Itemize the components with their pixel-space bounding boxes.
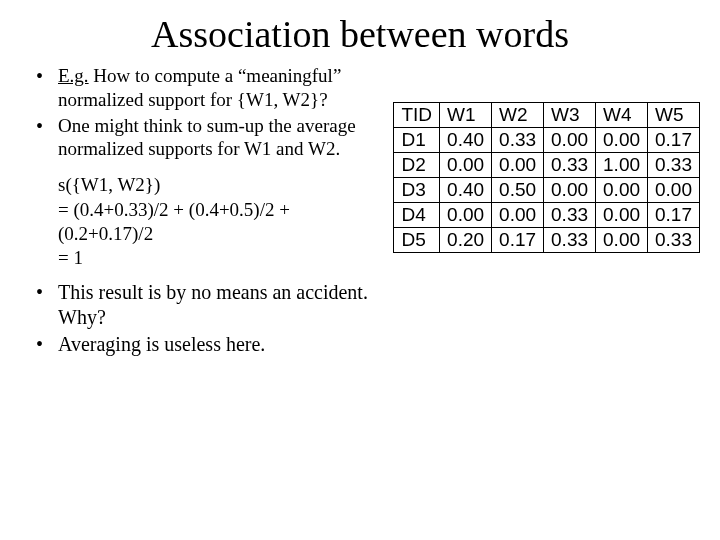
- bullet-1: E.g. How to compute a “meaningful” norma…: [28, 64, 385, 112]
- cell: 0.40: [440, 128, 492, 153]
- bullet-3: This result is by no means an accident. …: [28, 280, 398, 330]
- th-w1: W1: [440, 103, 492, 128]
- cell: 0.40: [440, 178, 492, 203]
- bullet-2-text-b: and W: [271, 138, 326, 159]
- cell: 0.00: [596, 128, 648, 153]
- cell: 0.17: [492, 228, 544, 253]
- cell: 0.00: [648, 178, 700, 203]
- bullet-list-bottom: This result is by no means an accident. …: [28, 280, 398, 357]
- table-row: D3 0.40 0.50 0.00 0.00 0.00: [394, 178, 700, 203]
- cell: 1.00: [596, 153, 648, 178]
- bullet-2-w1-sub: 1: [262, 138, 272, 159]
- content-area: E.g. How to compute a “meaningful” norma…: [0, 56, 720, 270]
- cell: D3: [394, 178, 440, 203]
- calc-line-2: = (0.4+0.33)/2 + (0.4+0.5)/2 + (0.2+0.17…: [28, 198, 385, 246]
- slide-title: Association between words: [0, 12, 720, 56]
- cell: 0.17: [648, 203, 700, 228]
- table-row: D1 0.40 0.33 0.00 0.00 0.17: [394, 128, 700, 153]
- th-w3: W3: [544, 103, 596, 128]
- bullet-list-top: E.g. How to compute a “meaningful” norma…: [28, 64, 385, 161]
- cell: 0.00: [544, 128, 596, 153]
- cell: 0.00: [492, 203, 544, 228]
- cell: 0.33: [544, 228, 596, 253]
- cell: 0.00: [596, 178, 648, 203]
- cell: 0.00: [440, 153, 492, 178]
- data-table: TID W1 W2 W3 W4 W5 D1 0.40 0.33 0.00 0.0…: [393, 102, 700, 253]
- cell: 0.33: [544, 203, 596, 228]
- th-w2: W2: [492, 103, 544, 128]
- cell: 0.00: [596, 203, 648, 228]
- bullet-1-prefix: E.g.: [58, 65, 89, 86]
- cell: 0.33: [492, 128, 544, 153]
- cell: D5: [394, 228, 440, 253]
- cell: D2: [394, 153, 440, 178]
- bullet-1-text-b: 1, W: [264, 89, 301, 110]
- bullet-4: Averaging is useless here.: [28, 332, 398, 357]
- cell: 0.50: [492, 178, 544, 203]
- th-w4: W4: [596, 103, 648, 128]
- right-column: TID W1 W2 W3 W4 W5 D1 0.40 0.33 0.00 0.0…: [393, 102, 700, 253]
- bullet-2: One might think to sum-up the average no…: [28, 114, 385, 162]
- lower-bullets-area: This result is by no means an accident. …: [0, 270, 418, 357]
- cell: 0.33: [544, 153, 596, 178]
- cell: 0.33: [648, 153, 700, 178]
- bullet-2-text-c: .: [335, 138, 340, 159]
- table-row: D4 0.00 0.00 0.33 0.00 0.17: [394, 203, 700, 228]
- cell: 0.00: [492, 153, 544, 178]
- table-row: D5 0.20 0.17 0.33 0.00 0.33: [394, 228, 700, 253]
- th-w5: W5: [648, 103, 700, 128]
- bullet-1-text-c: 2}?: [301, 89, 328, 110]
- cell: 0.17: [648, 128, 700, 153]
- cell: 0.00: [544, 178, 596, 203]
- calc-line-3: = 1: [28, 246, 385, 270]
- cell: 0.00: [596, 228, 648, 253]
- table-header-row: TID W1 W2 W3 W4 W5: [394, 103, 700, 128]
- cell: 0.00: [440, 203, 492, 228]
- table-row: D2 0.00 0.00 0.33 1.00 0.33: [394, 153, 700, 178]
- cell: 0.20: [440, 228, 492, 253]
- left-column: E.g. How to compute a “meaningful” norma…: [28, 64, 385, 270]
- th-tid: TID: [394, 103, 440, 128]
- cell: D4: [394, 203, 440, 228]
- calc-line-1: s({W1, W2}): [28, 173, 385, 197]
- cell: 0.33: [648, 228, 700, 253]
- bullet-2-w2-sub: 2: [326, 138, 336, 159]
- cell: D1: [394, 128, 440, 153]
